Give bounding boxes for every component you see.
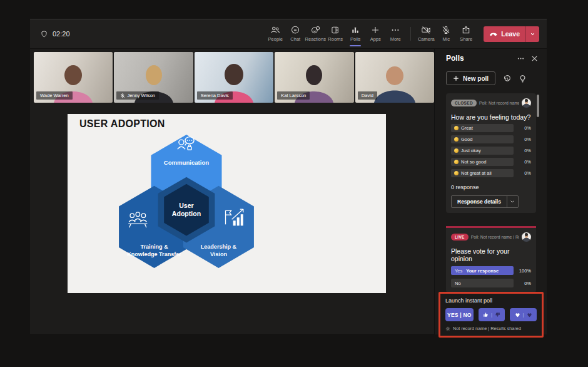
response-details-label: Response details	[452, 196, 507, 207]
toolbar-item-label: Camera	[418, 36, 435, 42]
poll-option-row: Just okay 0%	[451, 147, 531, 155]
vote-option-row: No 0%	[451, 279, 531, 287]
mic-off-icon	[120, 93, 125, 98]
phone-hangup-icon	[489, 29, 498, 38]
participant-nametag: David	[358, 91, 377, 100]
poll-option-row: Great 0%	[451, 124, 531, 132]
panel-more-button[interactable]	[517, 55, 524, 62]
toolbar-item-people[interactable]: People	[265, 21, 285, 47]
teams-meeting-window: 02:20 People Chat Reactions Rooms	[0, 0, 588, 367]
poll-question: Please vote for your opinion	[451, 247, 531, 262]
poll-ideas-button[interactable]	[519, 75, 527, 83]
new-poll-button[interactable]: New poll	[446, 71, 495, 85]
toolbar-item-label: Apps	[370, 36, 381, 42]
video-tile-kat-larsson[interactable]: Kat Larsson	[275, 52, 353, 103]
instant-poll-settings[interactable]: Not record name | Results shared	[445, 326, 537, 331]
poll-option-row: Good 0%	[451, 135, 531, 143]
toolbar-item-mic[interactable]: Mic	[436, 21, 456, 47]
poll-history-button[interactable]	[503, 75, 511, 83]
response-details-caret[interactable]	[507, 196, 518, 207]
poll-author-avatar	[522, 98, 531, 108]
toolbar-item-chat[interactable]: Chat	[285, 21, 305, 47]
emoji-notsogood-icon	[454, 160, 459, 164]
heart-filled-icon	[514, 311, 521, 318]
toolbar-item-rooms[interactable]: Rooms	[325, 21, 345, 47]
poll-option-percent: 0%	[524, 159, 531, 165]
vote-percent: 0%	[524, 281, 531, 286]
instant-yes-no-button[interactable]: YES | NO	[445, 308, 474, 321]
camera-off-icon	[421, 25, 431, 35]
people-icon	[270, 25, 280, 35]
rooms-icon	[330, 25, 340, 35]
response-details-button[interactable]: Response details	[451, 195, 519, 208]
poll-question: How are you feeling today?	[451, 113, 531, 121]
poll-meta: Poll: Not record name |...	[479, 101, 519, 105]
toolbar-item-label: Polls	[350, 36, 360, 42]
polls-panel: Polls New poll	[434, 49, 547, 334]
leave-button[interactable]: Leave	[484, 26, 539, 42]
vote-option-yes[interactable]: Yes Your response	[451, 266, 514, 275]
glyph-divider: |	[523, 312, 524, 318]
emoji-great-icon	[454, 126, 459, 130]
hex-label-leadership-2: Vision	[210, 251, 227, 257]
poll-option-bar: Good	[451, 135, 514, 143]
leave-button-main[interactable]: Leave	[484, 26, 525, 42]
instant-hearts-button[interactable]: |	[510, 308, 537, 321]
hex-label-center-1: User	[179, 202, 194, 209]
launch-instant-poll-section: Launch instant poll YES | NO | |	[438, 292, 544, 338]
toolbar-item-reactions[interactable]: Reactions	[305, 21, 325, 47]
chevron-down-icon	[510, 199, 515, 204]
toolbar-item-label: Share	[460, 36, 472, 42]
video-tile-wade-warren[interactable]: Wade Warren	[34, 52, 113, 103]
closed-badge: CLOSED	[451, 100, 477, 106]
toolbar-item-share[interactable]: Share	[456, 21, 476, 47]
toolbar-item-polls[interactable]: Polls	[345, 21, 365, 47]
poll-option-bar: Not so good	[451, 158, 514, 166]
toolbar-item-label: More	[390, 36, 401, 42]
heart-break-icon	[526, 311, 533, 318]
participant-nametag: Wade Warren	[36, 91, 73, 100]
video-gallery: Wade Warren Jenny Wilson Serena Davis Ka…	[34, 52, 434, 103]
mic-off-icon	[441, 25, 451, 35]
plus-icon	[370, 25, 380, 35]
toolbar-item-label: Reactions	[305, 36, 326, 42]
live-badge: LIVE	[451, 234, 469, 240]
video-tile-jenny-wilson[interactable]: Jenny Wilson	[114, 52, 193, 103]
emoji-good-icon	[454, 137, 459, 142]
panel-close-button[interactable]	[531, 55, 538, 62]
panel-scrollbar-thumb[interactable]	[537, 95, 539, 117]
thumb-up-icon	[482, 311, 489, 318]
poll-meta: Poll: Not record name | Res...	[471, 235, 519, 239]
toolbar-nav-group: People Chat Reactions Rooms Polls	[265, 21, 405, 47]
meeting-timer: 02:20	[40, 30, 70, 38]
close-icon	[531, 55, 538, 62]
toolbar-item-apps[interactable]: Apps	[365, 21, 385, 47]
poll-card-header: LIVE Poll: Not record name | Res...	[451, 232, 531, 242]
video-tile-david[interactable]: David	[355, 52, 434, 103]
leave-label: Leave	[501, 30, 520, 38]
toolbar-item-label: People	[268, 36, 283, 42]
toolbar-item-camera[interactable]: Camera	[416, 21, 436, 47]
chat-icon	[290, 25, 300, 35]
vote-percent: 100%	[519, 268, 531, 274]
app-window: 02:20 People Chat Reactions Rooms	[30, 19, 547, 334]
poll-option-row: Not so good 0%	[451, 158, 531, 166]
instant-poll-settings-label: Not record name | Results shared	[453, 326, 521, 331]
instant-thumbs-button[interactable]: |	[479, 308, 505, 321]
toolbar-item-more[interactable]: More	[385, 21, 405, 47]
gear-icon	[445, 326, 450, 331]
reactions-icon	[310, 25, 320, 35]
thumb-down-icon	[494, 311, 501, 318]
poll-card-closed: CLOSED Poll: Not record name |... How ar…	[446, 93, 536, 213]
vote-option-row: Yes Your response 100%	[451, 266, 531, 275]
slide-title: USER ADOPTION	[79, 118, 165, 130]
poll-option-row: Not great at all 0%	[451, 169, 531, 177]
video-tile-serena-davis[interactable]: Serena Davis	[195, 52, 273, 103]
polls-icon	[350, 25, 360, 35]
vote-option-no[interactable]: No	[451, 279, 514, 287]
participant-nametag: Kat Larsson	[277, 91, 310, 100]
polls-panel-header: Polls	[446, 54, 538, 63]
timer-value: 02:20	[53, 30, 70, 38]
poll-option-bar: Just okay	[451, 147, 514, 155]
leave-options-caret[interactable]	[526, 26, 539, 42]
